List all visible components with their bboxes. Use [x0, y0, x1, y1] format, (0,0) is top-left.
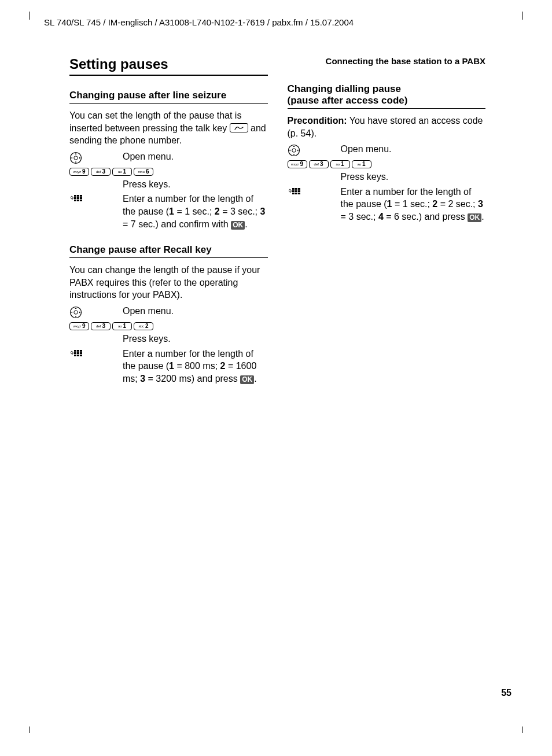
- key-1-icon: ao1: [330, 160, 350, 168]
- crop-mark: [29, 12, 30, 20]
- control-key-icon: [69, 306, 82, 319]
- step-press-keys: wxyz9 def3 ao1 abc2: [69, 321, 268, 330]
- right-column: Connecting the base station to a PABX Ch…: [288, 56, 486, 387]
- svg-rect-17: [80, 350, 82, 352]
- step-text: Enter a number for the length of the pau…: [123, 348, 268, 385]
- content-columns: Setting pauses Changing pause after line…: [35, 56, 517, 387]
- doc-header: SL 740/SL 745 / IM-englisch / A31008-L74…: [44, 17, 517, 27]
- step-enter-number: Enter a number for the length of the pau…: [69, 193, 268, 230]
- step-text: Press keys.: [123, 333, 268, 345]
- crop-mark: [522, 727, 523, 733]
- step-press-keys: wxyz9 def3 ao1 mno6: [69, 167, 268, 176]
- step-text: Enter a number for the length of the pau…: [123, 193, 268, 230]
- step-press-keys-label: Press keys.: [288, 171, 486, 183]
- svg-rect-10: [77, 200, 79, 201]
- control-key-icon: [288, 144, 300, 157]
- step-text: Press keys.: [341, 171, 486, 183]
- svg-rect-11: [80, 200, 82, 201]
- keypad-icon: [69, 349, 84, 362]
- svg-point-25: [292, 149, 295, 152]
- step-press-keys-label: Press keys.: [69, 333, 268, 345]
- svg-rect-26: [293, 154, 294, 155]
- subsection-title: Changing pause after line seizure: [69, 90, 268, 104]
- key-9-icon: wxyz9: [288, 160, 307, 168]
- control-key-icon: [69, 152, 82, 164]
- keypad-icon: [288, 187, 303, 200]
- svg-rect-4: [77, 195, 79, 197]
- svg-rect-5: [80, 195, 82, 197]
- ok-badge: OK: [240, 375, 254, 384]
- svg-rect-33: [292, 193, 295, 194]
- svg-rect-20: [80, 352, 82, 354]
- running-header: Connecting the base station to a PABX: [288, 56, 486, 66]
- svg-rect-21: [74, 355, 76, 356]
- enter-text: Enter a number for the length of the pau…: [341, 187, 483, 222]
- ok-badge: OK: [231, 221, 245, 230]
- key-3-icon: def3: [309, 160, 329, 168]
- step-open-menu: Open menu.: [69, 150, 268, 164]
- crop-mark: [522, 12, 523, 20]
- svg-rect-14: [75, 316, 76, 317]
- svg-rect-18: [74, 352, 76, 354]
- svg-rect-34: [295, 193, 297, 194]
- key-3-icon: def3: [91, 322, 111, 330]
- key-1-icon: ao1: [352, 160, 371, 168]
- svg-rect-27: [292, 188, 295, 190]
- svg-rect-29: [298, 188, 300, 190]
- step-open-menu: Open menu.: [69, 305, 268, 319]
- svg-rect-15: [74, 350, 76, 352]
- intro-paragraph: You can set the length of the pause that…: [69, 109, 268, 147]
- precondition: Precondition: You have stored an access …: [288, 115, 486, 139]
- page: SL 740/SL 745 / IM-englisch / A31008-L74…: [0, 0, 552, 756]
- step-press-keys-label: Press keys.: [69, 178, 268, 191]
- svg-rect-9: [74, 200, 76, 201]
- step-text: Open menu.: [123, 305, 268, 318]
- svg-rect-8: [80, 197, 82, 199]
- subsection-title: Changing dialling pause (pause after acc…: [288, 83, 486, 109]
- left-column: Setting pauses Changing pause after line…: [69, 56, 268, 387]
- step-text: Press keys.: [123, 178, 268, 191]
- svg-rect-23: [80, 355, 82, 356]
- svg-rect-31: [295, 190, 297, 192]
- key-2-icon: abc2: [134, 322, 153, 330]
- step-open-menu: Open menu.: [288, 143, 486, 157]
- svg-rect-35: [298, 193, 300, 194]
- intro-text-a: You can set the length of the pause that…: [69, 110, 241, 133]
- key-9-icon: wxyz9: [69, 168, 89, 176]
- title-line-1: Changing dialling pause: [288, 83, 401, 94]
- crop-mark: [29, 727, 30, 733]
- section-title: Setting pauses: [69, 56, 268, 76]
- key-1-icon: ao1: [112, 322, 132, 330]
- svg-rect-6: [74, 197, 76, 199]
- talk-key-icon: [230, 123, 248, 132]
- step-enter-number: Enter a number for the length of the pau…: [288, 186, 486, 223]
- svg-rect-7: [77, 197, 79, 199]
- step-text: Enter a number for the length of the pau…: [341, 186, 486, 223]
- ok-badge: OK: [468, 213, 481, 222]
- key-9-icon: wxyz9: [69, 322, 89, 330]
- intro-paragraph: You can change the length of the pause i…: [69, 264, 268, 301]
- subsection-title: Change pause after Recall key: [69, 244, 268, 258]
- key-1-icon: ao1: [112, 168, 132, 176]
- svg-rect-16: [77, 350, 79, 352]
- key-3-icon: def3: [91, 168, 111, 176]
- key-6-icon: mno6: [134, 168, 153, 176]
- step-text: Open menu.: [341, 143, 486, 156]
- step-press-keys: wxyz9 def3 ao1 ao1: [288, 159, 486, 168]
- svg-point-13: [74, 311, 78, 314]
- svg-rect-22: [77, 355, 79, 356]
- svg-point-1: [74, 156, 78, 160]
- svg-rect-3: [74, 195, 76, 197]
- precondition-label: Precondition:: [288, 116, 347, 126]
- svg-rect-19: [77, 352, 79, 354]
- enter-text: Enter a number for the length of the pau…: [123, 349, 256, 383]
- svg-rect-28: [295, 188, 297, 190]
- keypad-icon: [69, 194, 84, 206]
- title-line-2: (pause after access code): [288, 95, 408, 106]
- svg-rect-2: [75, 161, 76, 163]
- svg-rect-30: [292, 190, 295, 192]
- page-number: 55: [501, 688, 511, 698]
- svg-rect-32: [298, 190, 300, 192]
- step-enter-number: Enter a number for the length of the pau…: [69, 348, 268, 385]
- step-text: Open menu.: [123, 150, 268, 163]
